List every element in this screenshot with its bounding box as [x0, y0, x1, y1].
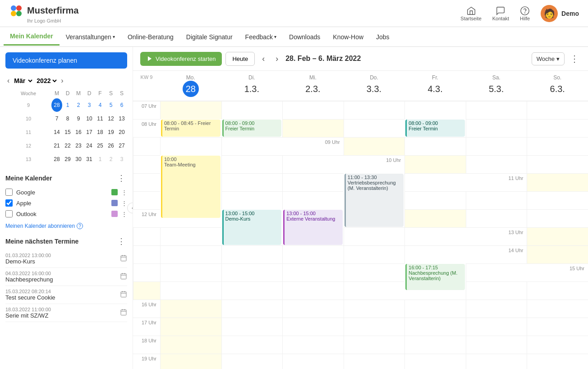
- time-cell-r1-c4[interactable]: [133, 137, 160, 155]
- mon-header-cell[interactable]: Mo. 28: [160, 71, 221, 101]
- nav-online-beratung[interactable]: Online-Beratung: [121, 29, 180, 45]
- mini-cal-day[interactable]: 7: [51, 112, 62, 125]
- time-cell-r9-c1[interactable]: [221, 300, 283, 318]
- time-cell-r7-c6[interactable]: [466, 263, 527, 281]
- time-cell-r5-c2[interactable]: [527, 209, 588, 227]
- nav-mein-kalender[interactable]: Mein Kalender: [4, 28, 60, 46]
- mini-cal-day[interactable]: 15: [62, 125, 73, 139]
- time-cell-r8-c5[interactable]: [466, 281, 527, 300]
- time-cell-r3-c4[interactable]: [221, 173, 283, 191]
- fri-header-cell[interactable]: Fr. 4.3.: [404, 71, 466, 101]
- time-cell-r2-c6[interactable]: [282, 155, 344, 173]
- time-cell-r8-c6[interactable]: [527, 281, 588, 300]
- time-cell-r7-c2[interactable]: [160, 263, 221, 281]
- event-3[interactable]: 10:00 Team-Meeting: [161, 156, 220, 218]
- time-cell-r7-c3[interactable]: [221, 263, 283, 281]
- user-area[interactable]: 🧑 Demo: [541, 5, 579, 22]
- time-cell-r12-c1[interactable]: [221, 354, 283, 369]
- time-cell-r12-c4[interactable]: [404, 354, 466, 369]
- time-cell-r2-c3[interactable]: [527, 137, 588, 155]
- time-cell-r12-c6[interactable]: [527, 354, 588, 369]
- mini-cal-day[interactable]: 12: [106, 112, 116, 125]
- view-select[interactable]: Woche ▾: [532, 52, 565, 65]
- google-menu-button[interactable]: ⋮: [121, 189, 127, 196]
- termin-item-1[interactable]: 01.03.2022 13:00:00 Demo-Kurs: [5, 250, 127, 268]
- time-cell-r4-c4[interactable]: [404, 191, 466, 209]
- mini-cal-day[interactable]: 31: [84, 152, 95, 166]
- mini-cal-day[interactable]: 2: [73, 98, 84, 112]
- time-cell-r11-c1[interactable]: [221, 336, 283, 354]
- mini-cal-day[interactable]: 14: [51, 125, 62, 139]
- more-options-button[interactable]: ⋮: [568, 51, 581, 66]
- sidebar-collapse-handle[interactable]: ‹: [127, 203, 133, 213]
- time-cell-r4-c1[interactable]: [133, 191, 160, 209]
- time-cell-r6-c2[interactable]: [160, 245, 221, 263]
- time-cell-r6-c1[interactable]: [133, 245, 160, 263]
- time-cell-r3-c5[interactable]: [282, 173, 344, 191]
- mini-cal-day[interactable]: 19: [106, 125, 116, 139]
- mini-cal-day[interactable]: 11: [95, 112, 106, 125]
- time-cell-r9-c6[interactable]: [527, 300, 588, 318]
- termin-item-3[interactable]: 15.03.2022 08:20:14 Test secure Cookie: [5, 286, 127, 304]
- apple-menu-button[interactable]: ⋮: [121, 200, 127, 207]
- mini-cal-day[interactable]: 24: [84, 139, 95, 152]
- time-cell-r6-c3[interactable]: [221, 245, 283, 263]
- mini-cal-day[interactable]: 29: [62, 152, 73, 166]
- mini-cal-day[interactable]: 28: [51, 98, 62, 112]
- time-cell-r5-c6[interactable]: [404, 227, 466, 245]
- time-cell-r5-c5[interactable]: [344, 227, 405, 245]
- time-cell-r4-c2[interactable]: [221, 191, 283, 209]
- time-cell-r12-c5[interactable]: [466, 354, 527, 369]
- time-cell-r10-c0[interactable]: [160, 318, 221, 336]
- mini-cal-day[interactable]: 9: [73, 112, 84, 125]
- time-cell-r8-c1[interactable]: [160, 281, 221, 300]
- mini-cal-day[interactable]: 17: [84, 125, 95, 139]
- start-video-button[interactable]: Videokonferenz starten: [140, 52, 222, 66]
- sat-header-cell[interactable]: Sa. 5.3.: [466, 71, 527, 101]
- time-cell-r11-c4[interactable]: [404, 336, 466, 354]
- mini-cal-day[interactable]: 22: [62, 139, 73, 152]
- mini-cal-day[interactable]: 21: [51, 139, 62, 152]
- sun-header-cell[interactable]: So. 6.3.: [527, 71, 588, 101]
- time-cell-r10-c4[interactable]: [404, 318, 466, 336]
- next-dates-menu-button[interactable]: ⋮: [115, 236, 127, 246]
- next-month-button[interactable]: ›: [59, 76, 65, 86]
- time-cell-r7-c4[interactable]: [282, 263, 344, 281]
- time-cell-r3-c0[interactable]: [404, 155, 466, 173]
- mini-cal-day[interactable]: 3: [84, 98, 95, 112]
- next-week-button[interactable]: ›: [272, 52, 282, 65]
- termin-item-2[interactable]: 04.03.2022 16:00:00 Nachbesprechung: [5, 268, 127, 286]
- time-cell-r8-c4[interactable]: [344, 281, 405, 300]
- time-cell-r10-c2[interactable]: [282, 318, 344, 336]
- time-cell-r3-c2[interactable]: [527, 155, 588, 173]
- time-cell-r8-c3[interactable]: [282, 281, 344, 300]
- mini-cal-day[interactable]: 16: [73, 125, 84, 139]
- time-cell-r9-c5[interactable]: [466, 300, 527, 318]
- event-0[interactable]: 08:00 - 08:45 - Freier Termin: [161, 120, 220, 137]
- mini-cal-day[interactable]: 6: [116, 98, 127, 112]
- time-cell-r3-c3[interactable]: [133, 173, 160, 191]
- time-cell-r6-c4[interactable]: [282, 245, 344, 263]
- time-cell-r7-c5[interactable]: [344, 263, 405, 281]
- outlook-checkbox[interactable]: [5, 210, 13, 217]
- nav-veranstaltungen[interactable]: Veranstaltungen ▾: [60, 29, 121, 45]
- time-cell-r0-c1[interactable]: [221, 101, 283, 119]
- event-5[interactable]: 13:00 - 15:00 Demo-Kurs: [222, 210, 282, 245]
- nav-feedback[interactable]: Feedback ▾: [239, 29, 283, 45]
- nav-know-how[interactable]: Know-How: [326, 29, 370, 45]
- month-select[interactable]: JanFebMärApr MaiJunJulAug SepOktNovDez: [12, 77, 34, 85]
- time-cell-r11-c5[interactable]: [466, 336, 527, 354]
- termin-item-4[interactable]: 18.03.2022 11:00:00 Serie mit SZ/WZ: [5, 304, 127, 322]
- time-cell-r9-c4[interactable]: [404, 300, 466, 318]
- mini-cal-day[interactable]: 25: [95, 139, 106, 152]
- time-cell-r4-c3[interactable]: [282, 191, 344, 209]
- google-checkbox[interactable]: [5, 189, 13, 196]
- time-cell-r5-c1[interactable]: [466, 209, 527, 227]
- time-cell-r8-c2[interactable]: [221, 281, 283, 300]
- time-cell-r5-c3[interactable]: [133, 227, 160, 245]
- time-cell-r1-c6[interactable]: [221, 137, 283, 155]
- time-cell-r0-c4[interactable]: [404, 101, 466, 119]
- nav-jobs[interactable]: Jobs: [370, 29, 396, 45]
- mini-cal-day[interactable]: 10: [84, 112, 95, 125]
- time-cell-r2-c4[interactable]: [133, 155, 160, 173]
